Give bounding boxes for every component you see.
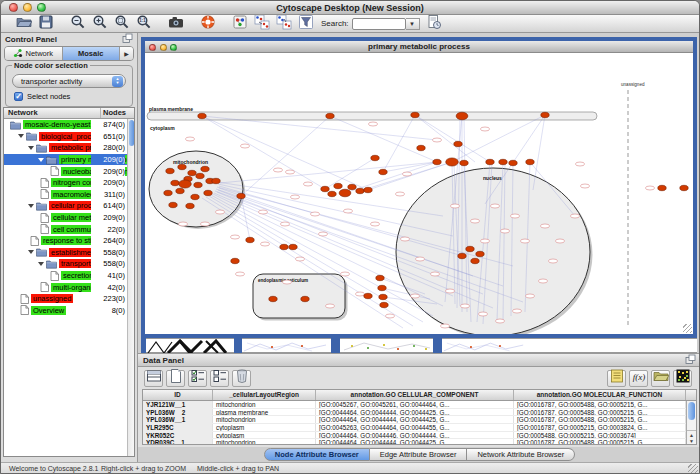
network-canvas[interactable]: plasma membranecytoplasm mitochondrion n… <box>145 54 693 334</box>
network-node[interactable] <box>411 112 419 117</box>
scrollbar-arrows[interactable]: ▲▼ <box>687 430 696 444</box>
tab-edge-attribute-browser[interactable]: Edge Attribute Browser <box>370 448 468 461</box>
tree-item-response-to-stimulu[interactable]: response to stimulu264(0) <box>4 235 127 247</box>
tree-item-cellular-metaboli[interactable]: cellular metaboli209(0) <box>4 212 127 224</box>
tab-network-attribute-browser[interactable]: Network Attribute Browser <box>467 448 575 461</box>
tree-item-primary-metabolic-proc[interactable]: primary metabolic proc209(0) <box>4 154 127 166</box>
network-node[interactable] <box>379 294 387 299</box>
node-color-select[interactable]: transporter activity ▲▼ <box>12 74 126 88</box>
network-selection-a-button[interactable] <box>253 14 271 30</box>
expand-triangle-icon[interactable] <box>28 146 34 150</box>
network-node[interactable] <box>371 155 379 160</box>
network-node[interactable] <box>171 180 179 185</box>
zoom-fit-button[interactable]: 1:1 <box>135 14 153 30</box>
network-node[interactable] <box>466 246 474 251</box>
open-file-button[interactable] <box>15 14 33 30</box>
float-panel-icon[interactable] <box>685 351 696 369</box>
network-node[interactable] <box>196 173 204 178</box>
background-window-view[interactable] <box>528 338 697 353</box>
background-window-view[interactable] <box>442 338 528 353</box>
expand-triangle-icon[interactable] <box>38 158 44 162</box>
network-node[interactable] <box>301 296 309 301</box>
network-minimize-button[interactable] <box>160 44 167 51</box>
table-row[interactable]: YLR295Ccytoplasm[GO:0045263, GO:0044464,… <box>143 424 686 432</box>
network-node[interactable] <box>169 202 177 207</box>
network-node[interactable] <box>289 244 297 249</box>
search-input[interactable] <box>352 18 406 30</box>
network-node[interactable] <box>499 159 507 164</box>
tree-item-mosaic-demo-yeast[interactable]: mosaic-demo-yeast874(0) <box>4 119 127 131</box>
network-node[interactable] <box>231 258 239 263</box>
network-node[interactable] <box>379 169 387 174</box>
network-node[interactable] <box>321 186 329 191</box>
filter-funnel-button[interactable] <box>297 14 315 30</box>
tree-item-transport[interactable]: transport558(0) <box>4 258 127 270</box>
tree-item-cellular-process[interactable]: cellular process614(0) <box>4 200 127 212</box>
network-node[interactable] <box>417 145 425 150</box>
tree-item-biological-process[interactable]: biological_process651(0) <box>4 131 127 143</box>
column-header-4[interactable]: annotation.GO MOLECULAR_FUNCTION <box>514 390 686 400</box>
tree-item-establishment-of-lo[interactable]: establishment of lo558(0) <box>4 247 127 259</box>
network-node[interactable] <box>201 166 209 171</box>
network-node[interactable] <box>188 170 196 175</box>
network-node[interactable] <box>458 253 466 258</box>
zoom-out-button[interactable] <box>69 14 87 30</box>
background-window-view[interactable] <box>146 338 234 353</box>
select-nodes-checkbox[interactable]: ✓ <box>14 92 23 101</box>
network-node[interactable] <box>509 160 517 165</box>
network-node[interactable] <box>194 182 202 187</box>
network-node[interactable] <box>433 159 441 164</box>
background-window-view[interactable] <box>340 338 433 353</box>
table-scrollbar[interactable]: ▲▼ <box>686 401 696 444</box>
network-node[interactable] <box>212 178 220 183</box>
background-window-view[interactable] <box>242 338 331 353</box>
import-attributes-button[interactable] <box>651 370 670 387</box>
expand-triangle-icon[interactable] <box>38 262 44 266</box>
float-panel-icon[interactable] <box>122 30 133 48</box>
window-resize-grip[interactable] <box>683 324 692 333</box>
network-node[interactable] <box>376 275 384 280</box>
network-node[interactable] <box>204 190 212 195</box>
zoom-selected-region-button[interactable] <box>113 14 131 30</box>
help-lifering-button[interactable] <box>199 14 217 30</box>
network-node[interactable] <box>471 258 479 263</box>
network-node[interactable] <box>166 168 174 173</box>
delete-attribute-button[interactable] <box>232 370 251 387</box>
table-row[interactable]: YDR039C__1mitochondrion[GO:0044464, GO:0… <box>143 439 686 445</box>
network-node[interactable] <box>680 185 688 190</box>
network-node[interactable] <box>326 113 334 118</box>
tree-item-macromolecule-me[interactable]: macromolecule me311(0) <box>4 189 127 201</box>
network-node[interactable] <box>476 251 484 256</box>
network-node[interactable] <box>269 296 277 301</box>
resize-grip[interactable] <box>688 464 698 474</box>
network-node[interactable] <box>364 293 372 298</box>
select-attributes-button[interactable] <box>188 370 207 387</box>
network-node[interactable] <box>541 112 549 117</box>
network-window-titlebar[interactable]: primary metabolic process <box>145 41 693 53</box>
network-node[interactable] <box>164 190 172 195</box>
network-selection-b-button[interactable] <box>275 14 293 30</box>
network-node[interactable] <box>186 203 194 208</box>
tab-mosaic[interactable]: Mosaic <box>63 47 121 60</box>
tree-item-secretion[interactable]: secretion41(0) <box>4 270 127 282</box>
network-node[interactable] <box>486 159 494 164</box>
network-node[interactable] <box>456 112 468 120</box>
network-node[interactable] <box>328 191 336 196</box>
tree-item-multi-organism-pro[interactable]: multi-organism pro42(0) <box>4 281 127 293</box>
network-node[interactable] <box>237 193 245 198</box>
network-node[interactable] <box>454 141 462 146</box>
attribute-table-button[interactable] <box>144 370 163 387</box>
expand-triangle-icon[interactable] <box>28 250 34 254</box>
expand-triangle-icon[interactable] <box>18 134 24 138</box>
network-node[interactable] <box>178 164 186 169</box>
network-node[interactable] <box>364 187 372 192</box>
network-node[interactable] <box>179 180 192 188</box>
attribute-editor-button[interactable] <box>607 370 626 387</box>
column-header-3[interactable]: annotation.GO CELLULAR_COMPONENT <box>316 390 514 400</box>
tree-item-nitrogen-compoun[interactable]: nitrogen compoun209(0) <box>4 177 127 189</box>
search-dropdown-button[interactable]: ▼ <box>406 18 420 30</box>
close-button[interactable] <box>9 3 18 12</box>
unselect-attributes-button[interactable] <box>210 370 229 387</box>
network-node[interactable] <box>339 189 351 197</box>
tree-column-network[interactable]: Network <box>4 108 101 118</box>
